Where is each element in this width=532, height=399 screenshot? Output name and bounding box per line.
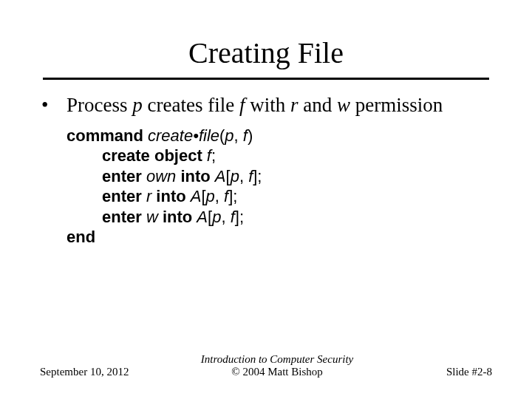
- bullet-frag: Process: [66, 94, 132, 116]
- title-rule: [43, 78, 489, 80]
- comma: ,: [221, 208, 230, 226]
- bullet-frag: creates file: [143, 94, 239, 116]
- footer: September 10, 2012 Introduction to Compu…: [0, 353, 532, 378]
- var-p: p: [132, 94, 143, 116]
- slide-title: Creating File: [0, 0, 532, 75]
- code-line-1: command create•file(p, f): [66, 126, 492, 146]
- bracket-semi: ];: [235, 208, 244, 226]
- right-own: own: [146, 167, 176, 185]
- var-p: p: [225, 126, 233, 145]
- code-line-5: enter w into A[p, f];: [66, 207, 492, 228]
- comma: ,: [239, 167, 248, 185]
- semi: ;: [211, 146, 216, 165]
- var-p: p: [212, 208, 221, 226]
- code-line-3: enter own into A[p, f];: [66, 166, 492, 187]
- fn-name: create•file: [143, 126, 219, 145]
- kw-enter: enter: [102, 208, 146, 226]
- var-w: w: [337, 94, 350, 116]
- kw-enter: enter: [102, 167, 146, 185]
- kw-into: into: [158, 208, 197, 226]
- comma: ,: [234, 126, 243, 145]
- footer-copyright: © 2004 Matt Bishop: [151, 366, 403, 378]
- var-p: p: [206, 187, 215, 205]
- bullet-text: Process p creates file f with r and w pe…: [66, 93, 492, 118]
- code-block: command create•file(p, f) create object …: [40, 126, 492, 248]
- code-line-2: create object f;: [66, 146, 492, 166]
- var-p: p: [231, 167, 239, 185]
- code-line-6: end: [66, 227, 492, 248]
- bullet-frag: and: [298, 94, 336, 116]
- footer-slide-number: Slide #2-8: [403, 366, 492, 378]
- bullet-dot: •: [40, 93, 66, 118]
- bullet-frag: permission: [350, 94, 443, 116]
- matrix-a: A: [197, 208, 208, 226]
- code-line-4: enter r into A[p, f];: [66, 186, 492, 207]
- bullet-frag: with: [245, 94, 290, 116]
- kw-command: command: [66, 126, 143, 145]
- kw-end: end: [66, 228, 95, 246]
- comma: ,: [215, 187, 224, 205]
- bullet-item: • Process p creates file f with r and w …: [40, 93, 492, 118]
- footer-book: Introduction to Computer Security: [151, 353, 403, 366]
- kw-into: into: [151, 187, 191, 205]
- paren: ): [248, 126, 253, 145]
- var-r: r: [290, 94, 299, 116]
- matrix-a: A: [215, 167, 226, 185]
- bracket-semi: ];: [228, 187, 237, 205]
- kw-into: into: [176, 167, 215, 185]
- footer-date: September 10, 2012: [40, 366, 151, 378]
- footer-center: Introduction to Computer Security © 2004…: [151, 353, 403, 378]
- right-w: w: [146, 208, 158, 226]
- kw-enter: enter: [102, 187, 146, 205]
- slide: Creating File • Process p creates file f…: [0, 0, 532, 399]
- kw-create-object: create object: [102, 146, 207, 165]
- bracket-semi: ];: [253, 167, 262, 185]
- matrix-a: A: [191, 187, 202, 205]
- slide-body: • Process p creates file f with r and w …: [0, 93, 532, 248]
